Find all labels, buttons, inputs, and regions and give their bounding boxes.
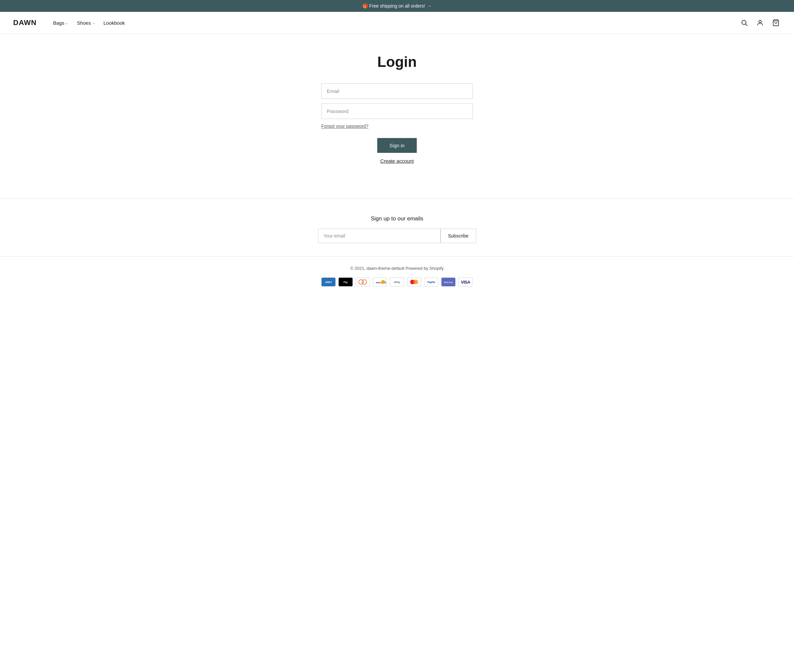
search-icon <box>741 19 748 26</box>
visa-logo: VISA <box>459 278 472 286</box>
payment-icon-diners <box>355 277 370 286</box>
svg-point-13 <box>381 280 385 284</box>
payment-icon-apple-pay: Pay <box>338 277 353 286</box>
svg-text:Pay: Pay <box>344 281 348 284</box>
google-pay-logo: GPay <box>391 278 403 286</box>
footer-copyright: © 2021, dawn-theme-default Powered by Sh… <box>350 266 443 271</box>
chevron-down-icon: ⌄ <box>92 21 95 25</box>
discover-logo: DISCOVER <box>373 278 386 286</box>
footer-email-input[interactable] <box>318 229 440 243</box>
paypal-logo: PayPal <box>425 278 438 286</box>
svg-text:GPay: GPay <box>394 281 400 284</box>
header: DAWN Bags ⌄ Shoes ⌄ Lookbook <box>0 12 794 34</box>
announcement-link[interactable]: 🎁 Free shipping on all orders! → <box>362 3 432 8</box>
account-icon <box>756 19 764 26</box>
shop-pay-logo: Shop Pay <box>442 278 455 286</box>
nav-lookbook-label: Lookbook <box>104 20 125 26</box>
cart-icon <box>772 19 780 26</box>
footer: Sign up to our emails Subscribe <box>0 199 794 256</box>
email-input-row: Subscribe <box>318 229 476 243</box>
navigation: Bags ⌄ Shoes ⌄ Lookbook <box>50 18 739 28</box>
announcement-bar: 🎁 Free shipping on all orders! → <box>0 0 794 12</box>
svg-line-1 <box>746 24 747 26</box>
svg-point-2 <box>759 21 761 23</box>
header-icons <box>739 18 781 28</box>
svg-point-19 <box>413 280 415 284</box>
nav-bags-label: Bags <box>53 20 64 26</box>
nav-shoes-label: Shoes <box>77 20 91 26</box>
announcement-text: 🎁 Free shipping on all orders! <box>362 3 425 8</box>
payment-icon-google-pay: GPay <box>390 277 404 286</box>
email-signup-section: Sign up to our emails Subscribe <box>6 216 788 243</box>
diners-logo <box>356 278 369 286</box>
login-form: Forgot your password? Sign in Create acc… <box>321 83 473 164</box>
footer-bottom: © 2021, dawn-theme-default Powered by Sh… <box>0 257 794 296</box>
payment-icon-amex: AMEX <box>321 277 336 286</box>
apple-pay-logo: Pay <box>339 278 352 286</box>
announcement-arrow: → <box>427 3 432 8</box>
svg-text:PayPal: PayPal <box>427 281 435 284</box>
payment-icon-discover: DISCOVER <box>373 277 387 286</box>
chevron-down-icon: ⌄ <box>66 21 68 25</box>
email-field[interactable] <box>321 83 473 99</box>
payment-icon-shop-pay: Shop Pay <box>441 277 456 286</box>
amex-logo: AMEX <box>322 278 335 286</box>
nav-item-shoes[interactable]: Shoes ⌄ <box>74 18 98 28</box>
payment-icon-mastercard <box>407 277 421 286</box>
payment-icon-visa: VISA <box>458 277 473 286</box>
payment-icons: AMEX Pay DISCOVER <box>321 277 473 286</box>
password-field[interactable] <box>321 104 473 119</box>
forgot-password-link[interactable]: Forgot your password? <box>321 123 473 129</box>
svg-text:Shop Pay: Shop Pay <box>444 281 453 283</box>
account-button[interactable] <box>755 18 765 28</box>
nav-item-lookbook[interactable]: Lookbook <box>100 18 128 28</box>
shopify-link[interactable]: Powered by Shopify <box>405 266 444 271</box>
svg-rect-8 <box>356 278 369 286</box>
payment-icon-paypal: PayPal <box>424 277 439 286</box>
main-content: Login Forgot your password? Sign in Crea… <box>0 34 794 198</box>
mastercard-logo <box>408 278 421 286</box>
cart-button[interactable] <box>771 18 781 28</box>
sign-in-button[interactable]: Sign in <box>377 138 417 153</box>
nav-item-bags[interactable]: Bags ⌄ <box>50 18 72 28</box>
svg-text:VISA: VISA <box>461 280 471 285</box>
search-button[interactable] <box>739 18 749 28</box>
page-title: Login <box>377 54 417 70</box>
svg-text:AMEX: AMEX <box>325 281 332 283</box>
subscribe-button[interactable]: Subscribe <box>440 229 476 243</box>
create-account-link[interactable]: Create account <box>321 158 473 164</box>
email-section-title: Sign up to our emails <box>371 216 423 222</box>
logo[interactable]: DAWN <box>13 18 37 27</box>
